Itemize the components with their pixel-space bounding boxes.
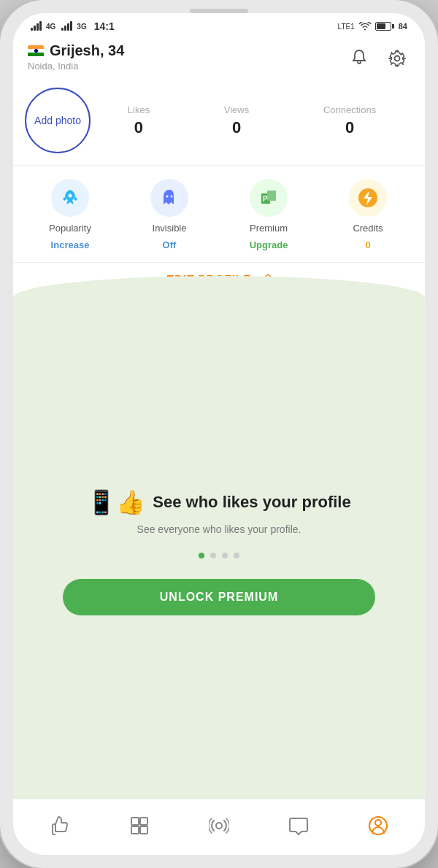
notifications-button[interactable] <box>346 45 372 72</box>
views-value: 0 <box>232 118 241 137</box>
thumbs-up-icon <box>50 815 70 836</box>
wifi-icon <box>359 22 371 31</box>
ghost-icon-container <box>150 179 188 217</box>
premium-icon: P <box>258 187 280 209</box>
rocket-icon <box>59 187 81 209</box>
popularity-feature[interactable]: Popularity Increase <box>45 179 96 250</box>
invisible-label: Invisible <box>153 223 187 234</box>
nav-chat[interactable] <box>281 808 316 843</box>
nav-stream[interactable] <box>201 808 237 843</box>
svg-rect-9 <box>140 818 147 825</box>
add-photo-button[interactable]: Add photo <box>25 88 91 153</box>
grid-icon <box>129 815 150 836</box>
premium-feature[interactable]: P Premium Upgrade <box>243 179 294 250</box>
invisible-value: Off <box>163 239 177 250</box>
header-icons <box>346 45 410 72</box>
stream-icon <box>209 815 229 836</box>
views-stat: Views 0 <box>224 104 249 137</box>
nav-profile[interactable] <box>361 808 396 843</box>
settings-button[interactable] <box>384 45 410 72</box>
dot-4 <box>234 553 239 558</box>
header-left: Grijesh, 34 Noida, India <box>28 42 124 72</box>
phone-screen: 4G 3G 14:1 LTE1 <box>13 13 425 855</box>
phone-frame: 4G 3G 14:1 LTE1 <box>0 0 438 868</box>
ghost-icon <box>158 187 180 209</box>
svg-text:P: P <box>263 195 268 203</box>
svg-rect-5 <box>267 191 276 201</box>
svg-point-14 <box>375 820 381 826</box>
status-bar: 4G 3G 14:1 LTE1 <box>13 13 425 37</box>
bell-icon <box>350 49 369 68</box>
svg-rect-11 <box>140 826 147 834</box>
svg-rect-8 <box>131 818 139 825</box>
gear-icon <box>388 49 407 68</box>
credits-icon-container <box>349 179 387 217</box>
credits-label: Credits <box>353 223 383 234</box>
add-photo-label: Add photo <box>34 115 81 126</box>
signal-bars-2 <box>61 22 72 31</box>
unlock-premium-button[interactable]: UNLOCK PREMIUM <box>63 579 375 615</box>
battery-level: 84 <box>399 22 407 31</box>
features-row: Popularity Increase Invisible Off <box>13 166 425 262</box>
lightning-icon <box>357 187 379 209</box>
status-time: 14:1 <box>94 20 115 32</box>
popularity-label: Popularity <box>49 223 91 234</box>
credits-feature[interactable]: Credits 0 <box>342 179 393 250</box>
rocket-icon-container <box>51 179 89 217</box>
dots-row <box>199 553 239 558</box>
svg-point-3 <box>171 196 173 198</box>
network-type-1: 4G <box>46 23 55 31</box>
svg-point-2 <box>166 196 169 198</box>
dot-3 <box>222 553 228 558</box>
nav-likes[interactable] <box>42 808 77 843</box>
promo-emoji: 📱👍 <box>87 488 145 516</box>
invisible-feature[interactable]: Invisible Off <box>144 179 195 250</box>
premium-label: Premium <box>250 223 288 234</box>
bottom-nav <box>13 799 425 855</box>
promo-title-row: 📱👍 See who likes your profile <box>87 488 350 516</box>
svg-point-0 <box>395 56 400 61</box>
svg-point-1 <box>69 194 72 198</box>
stats-row: Add photo Likes 0 Views 0 Connections 0 <box>13 79 425 165</box>
profile-icon <box>368 815 388 836</box>
user-location: Noida, India <box>28 61 124 72</box>
connections-label: Connections <box>323 104 376 115</box>
connections-value: 0 <box>345 118 354 137</box>
signal-bars-1 <box>31 22 42 31</box>
india-flag <box>28 45 44 57</box>
premium-icon-container: P <box>250 179 288 217</box>
stats-divider: Likes 0 Views 0 Connections 0 <box>91 104 413 137</box>
phone-speaker <box>190 9 248 13</box>
dot-1 <box>199 553 204 558</box>
likes-value: 0 <box>134 118 143 137</box>
svg-point-12 <box>216 823 222 829</box>
svg-rect-10 <box>131 826 139 834</box>
carrier-label: LTE1 <box>338 23 355 31</box>
header: Grijesh, 34 Noida, India <box>13 37 425 79</box>
connections-stat: Connections 0 <box>323 104 376 137</box>
promo-subtitle: See everyone who likes your profile. <box>137 523 301 535</box>
premium-value: Upgrade <box>250 239 288 250</box>
credits-value: 0 <box>365 239 370 250</box>
nav-explore[interactable] <box>122 808 157 843</box>
views-label: Views <box>224 104 249 115</box>
user-name-row: Grijesh, 34 <box>28 42 124 59</box>
status-right: LTE1 84 <box>338 22 407 31</box>
chat-icon <box>288 815 309 836</box>
network-type-2: 3G <box>77 23 86 31</box>
status-left: 4G 3G 14:1 <box>31 20 115 32</box>
popularity-value: Increase <box>51 239 90 250</box>
likes-stat: Likes 0 <box>128 104 150 137</box>
battery-icon <box>375 22 394 31</box>
promo-title: See who likes your profile <box>153 493 350 512</box>
dot-2 <box>210 553 216 558</box>
promo-section: 📱👍 See who likes your profile See everyo… <box>13 298 425 799</box>
likes-label: Likes <box>128 104 150 115</box>
user-name: Grijesh, 34 <box>50 42 124 59</box>
